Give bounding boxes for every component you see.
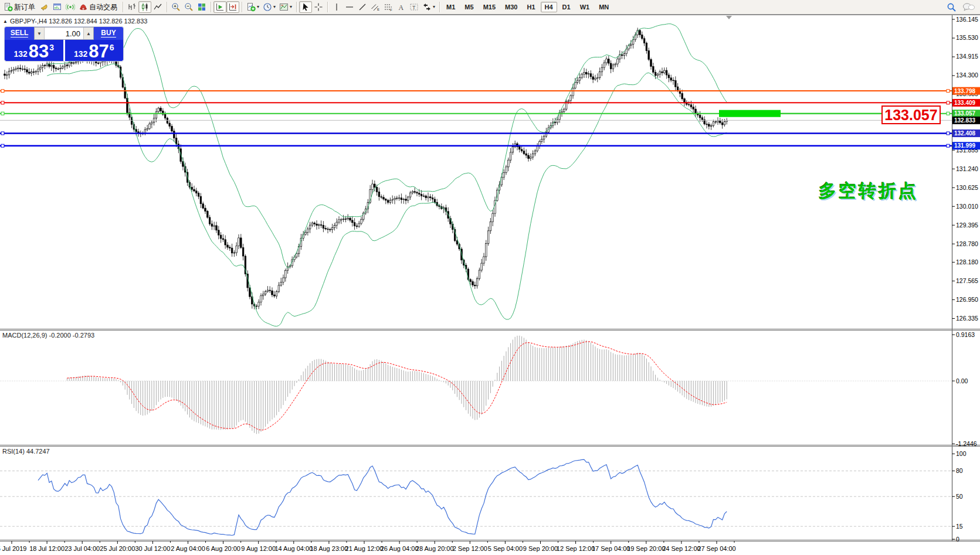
timeframe-M5[interactable]: M5 — [460, 2, 477, 12]
buy-price-big: 87 — [89, 45, 108, 59]
line-chart-button[interactable] — [151, 1, 164, 13]
price-tick-label: 131.240 — [956, 165, 978, 172]
sell-button[interactable]: SELL — [5, 27, 34, 40]
timeframe-MN[interactable]: MN — [595, 2, 613, 12]
line-handle[interactable] — [1, 132, 4, 135]
hline-133.409-tag-label: 133.409 — [954, 100, 976, 106]
crosshair-icon — [314, 2, 323, 12]
trendline-button[interactable] — [356, 1, 369, 13]
timeframe-M30[interactable]: M30 — [501, 2, 521, 12]
rsi-tick-label: 15 — [956, 523, 963, 530]
auto-scroll-icon — [215, 2, 225, 12]
time-axis-label: 27 Sep 04:00 — [697, 545, 735, 552]
toolbar-separator — [296, 2, 297, 12]
timeframe-D1[interactable]: D1 — [558, 2, 575, 12]
line-handle[interactable] — [1, 144, 4, 147]
tile-windows-button[interactable] — [195, 1, 208, 13]
chart-window-icon — [53, 2, 62, 12]
time-axis-label: 12 Sep 12:00 — [557, 545, 595, 552]
search-icon[interactable] — [947, 2, 957, 12]
turning-point-annotation: 多空转折点 — [819, 179, 918, 203]
chart-canvas[interactable]: 136.145135.530134.915134.300133.685131.8… — [0, 0, 980, 555]
sell-price-big: 83 — [29, 45, 49, 59]
new-order-button[interactable]: 新订单 — [2, 1, 38, 13]
price-tick-label: 130.625 — [956, 184, 978, 191]
volume-control: ▼ 1.00 ▲ — [34, 27, 94, 40]
sell-price-display[interactable]: 132 83 3 — [5, 40, 63, 61]
collapse-triangle-icon[interactable]: ▲ — [3, 19, 8, 24]
symbol-info[interactable]: ▲ GBPJPY-,H4 132.826 132.844 132.826 132… — [3, 18, 147, 25]
chart-shift-button[interactable] — [226, 1, 239, 13]
macd-tick-label: 0.00 — [956, 377, 968, 384]
time-axis-label: 2 Aug 04:00 — [171, 545, 205, 552]
price-tick-label: 127.565 — [956, 277, 978, 284]
autotrading-button[interactable]: 自动交易 — [77, 1, 120, 13]
zoom-out-button[interactable] — [182, 1, 195, 13]
buy-button[interactable]: BUY — [94, 27, 123, 40]
line-handle[interactable] — [947, 132, 950, 135]
indicators-button[interactable]: ▾ — [245, 1, 261, 13]
line-handle[interactable] — [1, 90, 4, 93]
line-handle[interactable] — [947, 101, 950, 104]
timeframe-H4[interactable]: H4 — [541, 2, 557, 12]
candlestick-icon — [140, 2, 150, 12]
toolbar-separator — [167, 2, 167, 12]
toolbar-separator — [327, 2, 328, 12]
auto-scroll-button[interactable] — [213, 1, 226, 13]
fibonacci-button[interactable]: F — [382, 1, 395, 13]
hline-133.057-tag-label: 133.057 — [954, 110, 976, 117]
equidistant-channel-button[interactable]: E — [369, 1, 382, 13]
cursor-button[interactable] — [299, 1, 312, 13]
time-axis-label: 2 Sep 12:00 — [453, 545, 487, 552]
templates-button[interactable]: ▾ — [277, 1, 294, 13]
line-handle[interactable] — [947, 90, 950, 93]
line-handle[interactable] — [947, 144, 950, 147]
toolbar: 新订单 自动交易 — [0, 0, 980, 15]
chat-icon[interactable] — [962, 2, 975, 12]
candlestick-chart-button[interactable] — [138, 1, 151, 13]
rsi-tick-label: 0 — [956, 536, 959, 543]
green-band-annotation[interactable] — [719, 110, 781, 117]
signals-button[interactable] — [64, 1, 77, 13]
time-axis-label: 9 Sep 20:00 — [523, 545, 558, 552]
toolbar-separator — [123, 2, 123, 12]
bar-chart-button[interactable] — [126, 1, 138, 13]
timeframe-M15[interactable]: M15 — [479, 2, 500, 12]
timeframe-M1[interactable]: M1 — [442, 2, 459, 12]
horizontal-line-button[interactable] — [343, 1, 356, 13]
timeframe-W1[interactable]: W1 — [576, 2, 594, 12]
line-handle[interactable] — [1, 101, 4, 104]
volume-decrease-button[interactable]: ▼ — [35, 28, 45, 39]
svg-text:T: T — [412, 5, 416, 11]
vertical-line-button[interactable] — [330, 1, 343, 13]
text-button[interactable]: A — [395, 1, 408, 13]
macd-label: MACD(12,26,9) -0.2000 -0.2793 — [2, 332, 94, 339]
price-tick-label: 128.780 — [956, 240, 978, 247]
channel-icon: E — [371, 2, 380, 12]
rsi-tick-label: 50 — [956, 493, 963, 500]
volume-increase-button[interactable]: ▲ — [83, 28, 93, 39]
periods-button[interactable]: ▾ — [261, 1, 277, 13]
line-handle[interactable] — [947, 112, 950, 115]
price-level-annotation-box[interactable]: 133.057 — [881, 105, 941, 124]
dropdown-caret-icon: ▾ — [290, 5, 292, 9]
macd-tick-label: 0.9163 — [956, 331, 975, 338]
rsi-tick-label: 80 — [956, 467, 963, 474]
line-handle[interactable] — [1, 112, 4, 115]
time-axis-label: 18 Aug 23:00 — [310, 545, 348, 552]
bar-chart-icon — [127, 2, 137, 12]
text-icon: A — [396, 2, 406, 12]
price-tick-label: 128.180 — [956, 258, 978, 265]
market-watch-button[interactable] — [51, 1, 64, 13]
sound-alert-button[interactable] — [38, 1, 51, 13]
buy-price-display[interactable]: 132 87 6 — [65, 40, 124, 61]
buy-price-main: 132 — [74, 50, 87, 58]
volume-value[interactable]: 1.00 — [45, 28, 83, 39]
arrows-button[interactable]: ▾ — [421, 1, 437, 13]
timeframe-H1[interactable]: H1 — [523, 2, 539, 12]
text-label-button[interactable]: T — [408, 1, 421, 13]
crosshair-button[interactable] — [312, 1, 325, 13]
chart-shift-marker — [726, 16, 732, 19]
zoom-in-button[interactable] — [169, 1, 182, 13]
cursor-arrow-icon — [301, 2, 310, 12]
